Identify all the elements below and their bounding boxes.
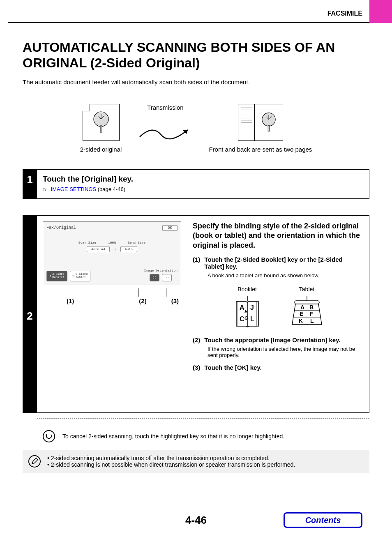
step-2: 2 Fax/Original OK Scan Size 100% Send Si… — [23, 215, 369, 413]
page-title: AUTOMATICALLY SCANNING BOTH SIDES OF AN … — [23, 39, 369, 71]
svg-text:A: A — [240, 304, 244, 311]
svg-rect-3 — [268, 125, 270, 131]
section-color-tab — [369, 0, 392, 23]
intro-text: The automatic document feeder will autom… — [23, 78, 369, 85]
booklet-icon: ▮ — [49, 274, 51, 278]
arrow-icon: → — [114, 247, 116, 251]
scan-size-label: Scan Size — [78, 241, 96, 244]
substep-2-text: Touch the appropriate [Image Orientation… — [204, 336, 340, 343]
svg-text:E: E — [244, 309, 248, 314]
header-rule — [8, 22, 369, 23]
note-2: 2-sided scanning is not possible when di… — [47, 461, 295, 468]
xref-page: (page 4-46) — [96, 186, 125, 192]
step-1-xref: ☞ IMAGE SETTINGS (page 4-46) — [43, 186, 363, 193]
svg-text:G: G — [244, 315, 248, 320]
tablet-binding-icon: A B E F K L — [291, 296, 323, 329]
callout-2: (2) — [139, 297, 146, 304]
pointer-icon: ☞ — [43, 187, 48, 193]
svg-text:E: E — [300, 311, 303, 317]
svg-text:K: K — [299, 318, 303, 324]
svg-text:B: B — [309, 304, 314, 311]
step-2-number: 2 — [23, 215, 37, 413]
tree-icon — [92, 110, 111, 135]
substep-2-note: If the wrong orientation is selected her… — [208, 346, 363, 358]
screen-title: Fax/Original — [46, 226, 76, 230]
step-1-number: 1 — [23, 169, 37, 199]
contents-button[interactable]: Contents — [284, 512, 362, 528]
notes-box: 2-sided scanning automatically turns off… — [23, 450, 369, 473]
output-label: Front and back are sent as two pages — [209, 146, 312, 153]
callout-3: (3) — [171, 297, 179, 304]
section-header: FACSIMILE — [0, 0, 392, 17]
step-1: 1 Touch the [Original] key. ☞ IMAGE SETT… — [23, 169, 369, 199]
substep-2-num: (2) — [193, 336, 200, 343]
transmission-label: Transmission — [136, 104, 194, 111]
two-sided-tablet-button[interactable]: ▭ 2-Sided Tablet — [70, 271, 91, 281]
svg-text:A: A — [300, 304, 304, 311]
step-1-title: Touch the [Original] key. — [43, 175, 363, 184]
send-size-button[interactable]: Auto — [120, 246, 137, 252]
image-orientation-label: Image Orientation — [144, 269, 178, 272]
output-pages-icon — [238, 104, 283, 141]
cancel-hint-text: To cancel 2-sided scanning, touch the hi… — [62, 433, 284, 440]
transmission-diagram: 2-sided original Transmission — [23, 104, 369, 153]
orientation-landscape-button[interactable]: ▭▭ — [162, 274, 172, 281]
booklet-icon: A C J L E G — [233, 296, 262, 329]
tree-icon — [260, 111, 277, 134]
two-sided-booklet-button[interactable]: ▮ 2-Sided Booklet — [46, 271, 67, 281]
note-1: 2-sided scanning automatically turns off… — [47, 455, 295, 461]
orientation-portrait-button[interactable]: ▯▯ — [150, 274, 159, 281]
svg-text:L: L — [250, 315, 254, 322]
svg-text:F: F — [310, 311, 314, 317]
ok-button[interactable]: OK — [162, 225, 178, 231]
original-label: 2-sided original — [80, 146, 122, 153]
booklet-label: Booklet — [233, 286, 262, 292]
scan-percent: 100% — [108, 241, 116, 244]
dashed-separator — [37, 418, 369, 419]
svg-rect-15 — [295, 301, 319, 304]
document-icon — [83, 104, 120, 141]
substep-3-num: (3) — [193, 364, 200, 371]
callout-pointers: (1) (2) (3) — [43, 297, 181, 304]
svg-text:L: L — [310, 318, 314, 324]
svg-text:J: J — [250, 304, 254, 311]
svg-text:C: C — [240, 315, 244, 322]
svg-rect-1 — [100, 126, 102, 132]
pencil-icon — [28, 455, 41, 467]
substep-1-text: Touch the [2-Sided Booklet] key or the [… — [204, 256, 363, 270]
substep-1-num: (1) — [193, 256, 200, 270]
undo-icon — [43, 430, 55, 442]
arrow-icon — [136, 122, 194, 143]
binding-diagrams: Booklet A C J L E — [193, 286, 363, 330]
fax-original-screen: Fax/Original OK Scan Size 100% Send Size… — [43, 221, 181, 285]
cancel-hint: To cancel 2-sided scanning, touch the hi… — [37, 424, 369, 448]
scan-size-button[interactable]: Auto A4 — [87, 246, 110, 252]
substep-1-note: A book and a tablet are bound as shown b… — [208, 272, 363, 279]
image-settings-link[interactable]: IMAGE SETTINGS — [51, 186, 97, 192]
transmission-label-col: Transmission — [136, 104, 194, 144]
send-size-label: Send Size — [128, 241, 145, 244]
original-diagram: 2-sided original — [80, 104, 122, 153]
tablet-label: Tablet — [291, 286, 323, 292]
substep-3-text: Touch the [OK] key. — [204, 364, 261, 371]
callout-1: (1) — [67, 297, 74, 304]
tablet-icon: ▭ — [73, 274, 74, 278]
output-diagram: Front and back are sent as two pages — [209, 104, 312, 153]
step-2-title: Specify the binding style of the 2-sided… — [193, 221, 363, 250]
